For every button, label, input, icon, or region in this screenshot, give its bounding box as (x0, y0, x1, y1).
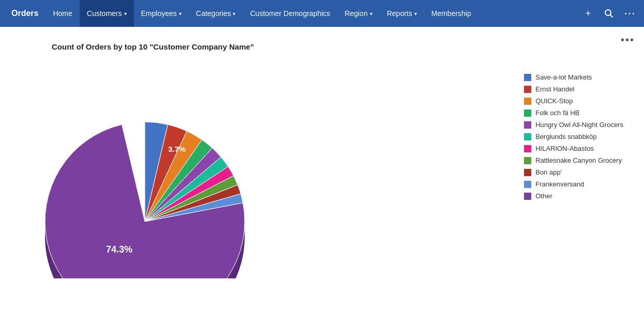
legend-label-folk: Folk och fä HB (535, 109, 579, 117)
chevron-down-icon: ▾ (414, 11, 417, 17)
legend-label-save-a-lot: Save-a-lot Markets (535, 73, 592, 81)
nav-reports[interactable]: Reports ▾ (380, 0, 424, 27)
legend-item: Berglunds snabbköp (524, 133, 623, 140)
legend-label-hungry: Hungry Owl All-Night Grocers (535, 121, 623, 129)
chart-area: Count of Orders by top 10 "Customer Comp… (0, 27, 644, 314)
nav-categories[interactable]: Categories ▾ (189, 0, 243, 27)
nav-region[interactable]: Region ▾ (337, 0, 379, 27)
main-content: ••• Count of Orders by top 10 "Customer … (0, 27, 644, 314)
legend-color-ernst (524, 86, 531, 93)
legend-item: Save-a-lot Markets (524, 73, 623, 81)
legend-label-bon: Bon app' (535, 168, 562, 176)
navbar-actions: + ⋯ (578, 0, 640, 27)
legend-item: Bon app' (524, 168, 623, 176)
svg-text:74.3%: 74.3% (106, 244, 132, 255)
nav-customers[interactable]: Customers ▾ (80, 0, 134, 27)
more-options-button[interactable]: ⋯ (619, 0, 640, 27)
chevron-down-icon: ▾ (370, 11, 372, 17)
nav-membership[interactable]: Membership (424, 0, 478, 27)
nav-region-label: Region (345, 9, 367, 18)
legend-label-berglund: Berglunds snabbköp (535, 133, 597, 140)
nav-customer-demographics[interactable]: Customer Demographics (243, 0, 337, 27)
svg-text:3.7%: 3.7% (168, 145, 186, 153)
legend-color-quick (524, 98, 531, 105)
brand[interactable]: Orders (4, 0, 46, 27)
nav-home[interactable]: Home (46, 0, 79, 27)
chart-left: Count of Orders by top 10 "Customer Comp… (21, 42, 508, 278)
nav-employees[interactable]: Employees ▾ (134, 0, 189, 27)
legend-label-other: Other (535, 192, 552, 200)
chart-legend: Save-a-lot Markets Ernst Handel QUICK-St… (524, 73, 623, 200)
chevron-down-icon: ▾ (233, 11, 235, 17)
legend-color-hilarion (524, 145, 531, 152)
legend-color-berglund (524, 133, 531, 140)
legend-label-rattlesnake: Rattlesnake Canyon Grocery (535, 156, 622, 164)
chevron-down-icon: ▾ (179, 11, 182, 17)
legend-color-rattlesnake (524, 157, 531, 164)
legend-item: Ernst Handel (524, 85, 623, 93)
legend-item: HILARION-Abastos (524, 145, 623, 152)
search-button[interactable] (598, 0, 619, 27)
legend-label-ernst: Ernst Handel (535, 85, 574, 93)
legend-label-hilarion: HILARION-Abastos (535, 145, 594, 152)
legend-item: Hungry Owl All-Night Grocers (524, 121, 623, 129)
legend-item: Rattlesnake Canyon Grocery (524, 156, 623, 164)
legend-color-folk (524, 109, 531, 117)
add-button[interactable]: + (578, 0, 598, 27)
legend-color-save-a-lot (524, 74, 531, 81)
legend-label-quick: QUICK-Stop (535, 97, 573, 105)
chevron-down-icon: ▾ (124, 11, 127, 17)
legend-item: Other (524, 192, 623, 200)
chart-more-options[interactable]: ••• (621, 34, 635, 46)
nav-employees-label: Employees (141, 9, 177, 18)
legend-color-franken (524, 181, 531, 188)
legend-label-franken: Frankenversand (535, 180, 584, 188)
nav-customers-label: Customers (87, 9, 122, 18)
legend-color-hungry (524, 121, 531, 129)
svg-line-1 (610, 15, 613, 18)
legend-item: Frankenversand (524, 180, 623, 188)
pie-chart: 3.7% 74.3% (36, 61, 253, 278)
navbar: Orders Home Customers ▾ Employees ▾ Cate… (0, 0, 644, 27)
legend-item: QUICK-Stop (524, 97, 623, 105)
legend-color-bon (524, 169, 531, 176)
nav-reports-label: Reports (387, 9, 412, 18)
nav-categories-label: Categories (196, 9, 231, 18)
chart-title: Count of Orders by top 10 "Customer Comp… (52, 42, 254, 51)
legend-color-other (524, 193, 531, 200)
legend-item: Folk och fä HB (524, 109, 623, 117)
